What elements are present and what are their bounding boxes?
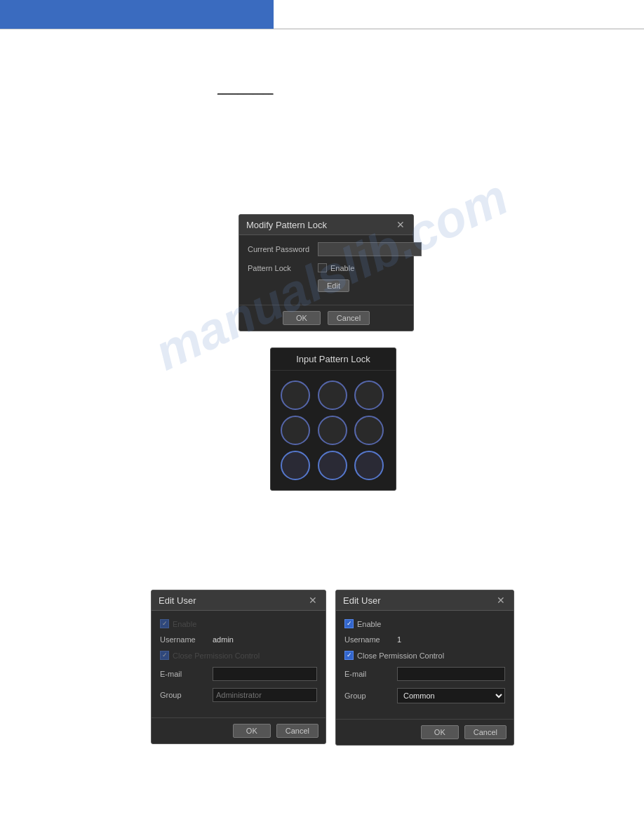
eu-right-group-label: Group — [344, 691, 397, 700]
eu-left-close-permission-label: Close Permission Control — [173, 651, 260, 660]
edit-button-row: Edit — [248, 279, 405, 298]
eu-left-email-label: E-mail — [160, 670, 213, 678]
eu-right-title: Edit User — [343, 595, 380, 606]
pattern-circle-7[interactable] — [281, 451, 310, 480]
eu-left-title: Edit User — [159, 595, 196, 606]
modify-pattern-lock-dialog: Modify Pattern Lock ✕ Current Password P… — [239, 214, 414, 331]
eu-left-enable-row: ✓ Enable — [160, 619, 317, 628]
ok-button[interactable]: OK — [283, 311, 321, 325]
eu-left-close-button[interactable]: ✕ — [307, 595, 318, 606]
pattern-circle-8[interactable] — [318, 451, 347, 480]
eu-right-body: ✓ Enable Username 1 ✓ Close Permission C… — [336, 611, 514, 719]
eu-right-email-row: E-mail — [344, 667, 505, 681]
eu-left-cancel-button[interactable]: Cancel — [276, 724, 318, 738]
cancel-button[interactable]: Cancel — [328, 311, 370, 325]
eu-right-email-label: E-mail — [344, 670, 397, 678]
dialog-title-bar: Modify Pattern Lock ✕ — [239, 215, 413, 235]
dialog-footer: OK Cancel — [239, 305, 413, 331]
eu-right-username-row: Username 1 — [344, 635, 505, 644]
eu-right-group-row: Group Common Administrator Operator — [344, 688, 505, 703]
eu-right-ok-button[interactable]: OK — [421, 725, 459, 739]
eu-left-close-permission-row: ✓ Close Permission Control — [160, 651, 317, 660]
eu-right-enable-row: ✓ Enable — [344, 619, 505, 628]
header-bar — [0, 0, 644, 29]
pattern-circle-2[interactable] — [318, 380, 347, 410]
eu-right-close-permission-row: ✓ Close Permission Control — [344, 651, 505, 660]
current-password-label: Current Password — [248, 245, 318, 253]
pattern-circle-6[interactable] — [354, 416, 384, 445]
pattern-lock-panel: Input Pattern Lock — [270, 348, 396, 491]
link-area[interactable]: ___________ — [217, 84, 274, 95]
eu-right-username-label: Username — [344, 635, 397, 644]
pattern-circle-9[interactable] — [354, 451, 384, 480]
eu-left-body: ✓ Enable Username admin ✓ Close Permissi… — [152, 611, 326, 717]
edit-user-right-dialog: Edit User ✕ ✓ Enable Username 1 ✓ Close … — [335, 590, 514, 746]
pattern-lock-checkbox[interactable] — [318, 263, 327, 272]
eu-left-username-label: Username — [160, 635, 213, 644]
pattern-circle-3[interactable] — [354, 380, 384, 410]
eu-left-username-row: Username admin — [160, 635, 317, 644]
eu-left-close-permission-checkbox: ✓ — [160, 651, 169, 660]
eu-right-enable-checkbox[interactable]: ✓ — [344, 619, 354, 628]
pattern-grid — [271, 371, 396, 490]
pattern-circle-4[interactable] — [281, 416, 310, 445]
eu-right-footer: OK Cancel — [336, 719, 514, 745]
eu-right-close-permission-checkbox[interactable]: ✓ — [344, 651, 354, 660]
eu-right-close-permission-label: Close Permission Control — [357, 651, 444, 660]
header-left — [0, 0, 274, 29]
pattern-circle-5[interactable] — [318, 416, 347, 445]
eu-left-enable-label: Enable — [173, 620, 196, 628]
edit-user-left-dialog: Edit User ✕ ✓ Enable Username admin ✓ Cl… — [151, 590, 326, 744]
eu-left-email-input[interactable] — [213, 667, 317, 681]
current-password-row: Current Password — [248, 242, 405, 256]
eu-right-enable-label: Enable — [357, 620, 381, 628]
eu-left-username-value: admin — [213, 635, 234, 644]
pattern-circle-1[interactable] — [281, 380, 310, 410]
eu-right-username-value: 1 — [397, 635, 401, 644]
edit-button[interactable]: Edit — [318, 279, 349, 292]
pattern-lock-row: Pattern Lock Enable — [248, 263, 405, 272]
eu-right-title-bar: Edit User ✕ — [336, 590, 514, 611]
dialog-title: Modify Pattern Lock — [246, 220, 327, 230]
eu-left-email-row: E-mail — [160, 667, 317, 681]
dialog-body: Current Password Pattern Lock Enable Edi… — [239, 235, 413, 305]
dialog-close-button[interactable]: ✕ — [395, 219, 406, 230]
eu-right-cancel-button[interactable]: Cancel — [464, 725, 507, 739]
eu-left-group-row: Group — [160, 688, 317, 702]
pattern-title: Input Pattern Lock — [271, 348, 396, 371]
pattern-lock-label: Pattern Lock — [248, 264, 318, 272]
eu-left-ok-button[interactable]: OK — [233, 724, 271, 738]
eu-left-title-bar: Edit User ✕ — [152, 590, 326, 611]
eu-right-group-select[interactable]: Common Administrator Operator — [397, 688, 505, 703]
eu-left-footer: OK Cancel — [152, 717, 326, 743]
eu-right-close-button[interactable]: ✕ — [495, 595, 507, 606]
eu-left-enable-checkbox: ✓ — [160, 619, 169, 628]
eu-right-email-input[interactable] — [397, 667, 505, 681]
header-right — [274, 0, 644, 29]
eu-left-group-input — [213, 688, 317, 702]
enable-label: Enable — [330, 264, 354, 272]
current-password-input[interactable] — [318, 242, 422, 256]
eu-left-group-label: Group — [160, 691, 213, 699]
